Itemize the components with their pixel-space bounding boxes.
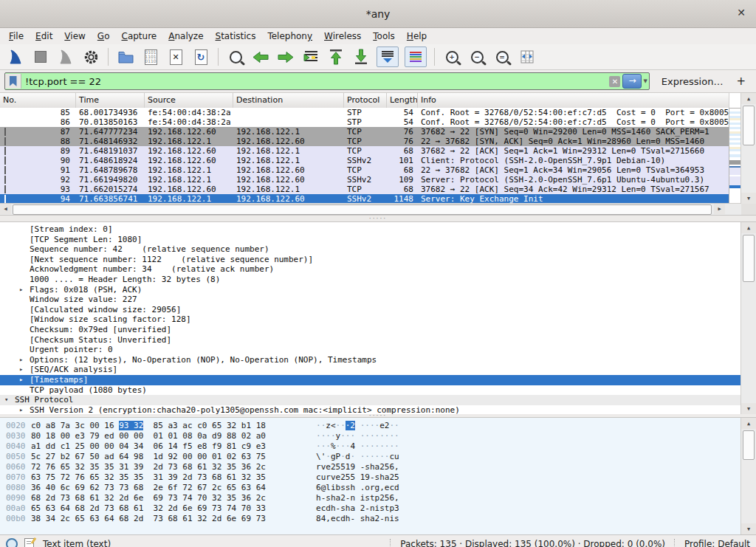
- hex-row[interactable]: 007063 75 72 76 65 32 35 35 31 39 2d 73 …: [6, 472, 738, 483]
- packet-row[interactable]: 8971.648191037192.168.122.60192.168.122.…: [0, 146, 729, 156]
- packet-row[interactable]: 8670.013850163fe:54:00:d4:38:2aSTP54Conf…: [0, 117, 729, 127]
- packet-list-horizontal-scrollbar[interactable]: ◀ ▶: [0, 203, 741, 215]
- column-header-length[interactable]: Length: [387, 93, 418, 108]
- profile-status[interactable]: Profile: Default: [684, 539, 750, 547]
- scroll-up-arrow-icon[interactable]: ▲: [741, 222, 756, 233]
- detail-line[interactable]: Urgent pointer: 0: [0, 345, 741, 355]
- capture-comment-icon[interactable]: [24, 538, 34, 547]
- expander-right-icon[interactable]: ▸: [19, 405, 23, 414]
- menu-tools[interactable]: Tools: [367, 30, 401, 43]
- hex-vertical-scrollbar[interactable]: ▲ ▼: [740, 418, 756, 534]
- hex-row[interactable]: 00505c 27 b2 67 50 ad 64 98 1d 92 00 00 …: [6, 452, 738, 462]
- colorize-toggle-icon[interactable]: [405, 47, 427, 67]
- detail-line[interactable]: Acknowledgment number: 34 (relative ack …: [0, 264, 741, 275]
- display-filter-input[interactable]: [21, 76, 609, 87]
- detail-line[interactable]: [TCP Segment Len: 1080]: [0, 235, 741, 245]
- detail-line[interactable]: [Window size scaling factor: 128]: [0, 314, 741, 325]
- column-header-protocol[interactable]: Protocol: [344, 93, 387, 108]
- hex-row[interactable]: 006072 76 65 32 35 35 31 39 2d 73 68 61 …: [6, 462, 738, 472]
- pane-splitter-1[interactable]: ·····: [0, 215, 756, 222]
- hscrollbar-thumb[interactable]: [13, 204, 712, 215]
- packet-row[interactable]: 8871.648146932192.168.122.1192.168.122.6…: [0, 137, 729, 146]
- scrollbar-thumb[interactable]: [743, 430, 755, 460]
- hex-row[interactable]: 00b038 34 2c 65 63 64 68 2d 73 68 61 32 …: [6, 514, 738, 524]
- details-vertical-scrollbar[interactable]: ▲ ▼: [740, 222, 756, 414]
- intelligent-scrollbar-minimap[interactable]: [729, 108, 741, 204]
- go-back-arrow-icon[interactable]: [251, 47, 270, 66]
- scroll-right-arrow-icon[interactable]: ▶: [714, 204, 725, 214]
- packet-row[interactable]: 9071.648618924192.168.122.60192.168.122.…: [0, 156, 729, 165]
- packet-list-vertical-scrollbar[interactable]: ▲ ▼: [740, 93, 756, 204]
- reload-file-icon[interactable]: ↻: [191, 47, 210, 66]
- detail-line[interactable]: TCP payload (1080 bytes): [0, 385, 741, 396]
- expander-right-icon[interactable]: ▸: [19, 375, 23, 385]
- column-header-no[interactable]: No.: [0, 93, 76, 108]
- expression-button[interactable]: Expression…: [654, 76, 731, 87]
- menu-file[interactable]: File: [3, 30, 30, 43]
- scroll-down-arrow-icon[interactable]: ▼: [741, 403, 756, 414]
- filter-bookmark-button[interactable]: [5, 74, 21, 89]
- menu-help[interactable]: Help: [401, 30, 433, 43]
- autoscroll-toggle-icon[interactable]: [377, 47, 399, 67]
- hex-row[interactable]: 0020c0 a8 7a 3c 00 16 93 32 85 a3 ac c0 …: [6, 421, 738, 431]
- detail-line[interactable]: [Checksum Status: Unverified]: [0, 335, 741, 345]
- expert-info-icon[interactable]: [6, 538, 18, 547]
- hex-row[interactable]: 0040a1 dd c1 25 00 00 04 34 06 14 f5 e8 …: [6, 441, 738, 452]
- menu-view[interactable]: View: [58, 30, 91, 43]
- detail-line[interactable]: [Stream index: 0]: [0, 224, 741, 235]
- find-packet-magnifier-icon[interactable]: [226, 47, 245, 66]
- packet-row[interactable]: 8771.647777234192.168.122.60192.168.122.…: [0, 127, 729, 137]
- detail-line[interactable]: Sequence number: 42 (relative sequence n…: [0, 244, 741, 255]
- zoom-original-magnifier-icon[interactable]: =: [492, 47, 512, 66]
- go-to-packet-icon[interactable]: [301, 47, 320, 66]
- go-first-packet-icon[interactable]: [326, 47, 346, 66]
- open-file-folder-icon[interactable]: [116, 47, 135, 66]
- scroll-up-arrow-icon[interactable]: ▲: [741, 93, 756, 104]
- column-header-source[interactable]: Source: [145, 93, 233, 108]
- scroll-up-arrow-icon[interactable]: ▲: [741, 418, 756, 429]
- filter-clear-button[interactable]: ✕: [609, 76, 620, 87]
- packet-row[interactable]: 9371.662015274192.168.122.60192.168.122.…: [0, 185, 729, 194]
- detail-line[interactable]: ▸Flags: 0x018 (PSH, ACK): [0, 285, 741, 295]
- column-header-info[interactable]: Info: [418, 93, 729, 108]
- packet-row[interactable]: 9171.648789678192.168.122.1192.168.122.6…: [0, 165, 729, 175]
- column-header-time[interactable]: Time: [76, 93, 145, 108]
- menu-telephony[interactable]: Telephony: [261, 30, 318, 43]
- detail-line[interactable]: 1000 .... = Header Length: 32 bytes (8): [0, 275, 741, 285]
- menu-edit[interactable]: Edit: [30, 30, 58, 43]
- expander-right-icon[interactable]: ▸: [19, 355, 23, 365]
- close-file-icon[interactable]: ✕: [166, 47, 185, 66]
- save-file-icon[interactable]: 010111010110: [141, 47, 160, 66]
- scroll-left-arrow-icon[interactable]: ◀: [0, 204, 11, 214]
- close-window-button[interactable]: ✕: [737, 7, 746, 18]
- detail-line[interactable]: ▾SSH Protocol: [0, 395, 741, 405]
- column-header-destination[interactable]: Destination: [233, 93, 344, 108]
- detail-line[interactable]: ▸Options: (12 bytes), No-Operation (NOP)…: [0, 355, 741, 365]
- scrollbar-thumb[interactable]: [743, 235, 755, 282]
- start-capture-fin-icon[interactable]: [6, 47, 25, 66]
- detail-line[interactable]: Checksum: 0x79ed [unverified]: [0, 325, 741, 335]
- scroll-down-arrow-icon[interactable]: ▼: [741, 523, 756, 534]
- packet-row[interactable]: 8568.001734936fe:54:00:d4:38:2aSTP54Conf…: [0, 108, 729, 117]
- restart-capture-fin-icon[interactable]: [56, 47, 75, 66]
- detail-line[interactable]: ▸[Timestamps]: [0, 375, 741, 385]
- go-last-packet-icon[interactable]: [351, 47, 371, 66]
- hex-row[interactable]: 003080 18 00 e3 79 ed 00 00 01 01 08 0a …: [6, 431, 738, 441]
- hex-row[interactable]: 008036 40 6c 69 62 73 73 68 2e 6f 72 67 …: [6, 483, 738, 493]
- expander-right-icon[interactable]: ▸: [19, 285, 23, 295]
- detail-line[interactable]: ▸SSH Version 2 (encryption:chacha20-poly…: [0, 405, 741, 414]
- menu-wireless[interactable]: Wireless: [318, 30, 367, 43]
- expander-down-icon[interactable]: ▾: [4, 395, 8, 405]
- hex-row[interactable]: 009068 2d 73 68 61 32 2d 6e 69 73 74 70 …: [6, 493, 738, 503]
- go-forward-arrow-icon[interactable]: [276, 47, 295, 66]
- scroll-down-arrow-icon[interactable]: ▼: [741, 193, 756, 204]
- hex-row[interactable]: 00a065 63 64 68 2d 73 68 61 32 2d 6e 69 …: [6, 503, 738, 514]
- detail-line[interactable]: Window size value: 227: [0, 295, 741, 305]
- zoom-in-magnifier-icon[interactable]: +: [442, 47, 461, 66]
- stop-capture-icon[interactable]: [31, 47, 50, 66]
- filter-dropdown-caret-icon[interactable]: ▼: [643, 78, 647, 84]
- add-filter-button[interactable]: +: [735, 75, 752, 88]
- zoom-out-magnifier-icon[interactable]: −: [467, 47, 487, 66]
- scrollbar-thumb[interactable]: [743, 106, 755, 145]
- expander-right-icon[interactable]: ▸: [19, 365, 23, 375]
